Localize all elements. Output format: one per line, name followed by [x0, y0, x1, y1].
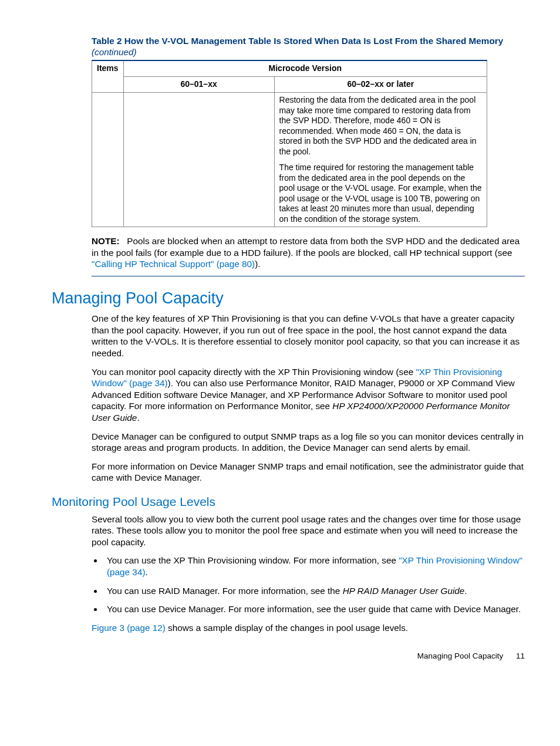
list-item: You can use Device Manager. For more inf… [103, 603, 525, 615]
th-6001: 60–01–xx [123, 77, 274, 93]
li1a: You can use the XP Thin Provisioning win… [107, 555, 399, 565]
heading-monitoring-pool-usage: Monitoring Pool Usage Levels [52, 494, 525, 510]
note-label: NOTE: [92, 236, 120, 246]
para-2: You can monitor pool capacity directly w… [92, 366, 525, 424]
page-footer: Managing Pool Capacity 11 [52, 651, 525, 661]
table-caption-text: Table 2 How the V-VOL Management Table I… [92, 36, 503, 46]
td-items [92, 93, 124, 227]
para-5: Several tools allow you to view both the… [92, 514, 525, 548]
li2-italic: HP RAID Manager User Guide [343, 586, 465, 596]
li2b: . [464, 586, 467, 596]
subsection-body: Several tools allow you to view both the… [92, 514, 525, 634]
table-subheader-row: 60–01–xx 60–02–xx or later [92, 77, 487, 93]
th-6002: 60–02–xx or later [274, 77, 487, 93]
li1b: . [145, 567, 147, 577]
note-text-before: Pools are blocked when an attempt to res… [92, 236, 519, 258]
para-2c: . [137, 413, 139, 423]
para-6b: shows a sample display of the changes in… [166, 623, 408, 633]
td-6002: Restoring the data from the dedicated ar… [274, 93, 487, 227]
cell-para-2: The time required for restoring the mana… [279, 163, 482, 224]
section-body: One of the key features of XP Thin Provi… [92, 313, 525, 484]
cell-para-1: Restoring the data from the dedicated ar… [279, 95, 482, 157]
para-2a: You can monitor pool capacity directly w… [92, 367, 416, 377]
para-1: One of the key features of XP Thin Provi… [92, 313, 525, 359]
table-header-row: Items Microcode Version [92, 60, 487, 76]
note-link[interactable]: "Calling HP Technical Support" (page 80) [92, 259, 255, 269]
table-caption-continued: (continued) [92, 47, 137, 57]
table-caption: Table 2 How the V-VOL Management Table I… [92, 35, 525, 58]
list-item: You can use RAID Manager. For more infor… [103, 585, 525, 597]
footer-title: Managing Pool Capacity [417, 652, 503, 660]
note-block: NOTE: Pools are blocked when an attempt … [92, 235, 525, 276]
list-item: You can use the XP Thin Provisioning win… [103, 555, 525, 578]
para-6: Figure 3 (page 12) shows a sample displa… [92, 622, 525, 634]
bullet-list: You can use the XP Thin Provisioning win… [92, 555, 525, 615]
th-items: Items [92, 60, 124, 92]
li2a: You can use RAID Manager. For more infor… [107, 586, 343, 596]
th-microcode: Microcode Version [123, 60, 487, 76]
footer-page-number: 11 [516, 652, 525, 660]
td-6001 [123, 93, 274, 227]
page: Table 2 How the V-VOL Management Table I… [0, 0, 560, 685]
vvol-table: Items Microcode Version 60–01–xx 60–02–x… [92, 60, 487, 227]
note-text-after: ). [255, 259, 260, 269]
para-4: For more information on Device Manager S… [92, 461, 525, 484]
table-row: Restoring the data from the dedicated ar… [92, 93, 487, 227]
para-6-link[interactable]: Figure 3 (page 12) [92, 623, 166, 633]
heading-managing-pool-capacity: Managing Pool Capacity [52, 288, 525, 309]
para-3: Device Manager can be configured to outp… [92, 431, 525, 454]
